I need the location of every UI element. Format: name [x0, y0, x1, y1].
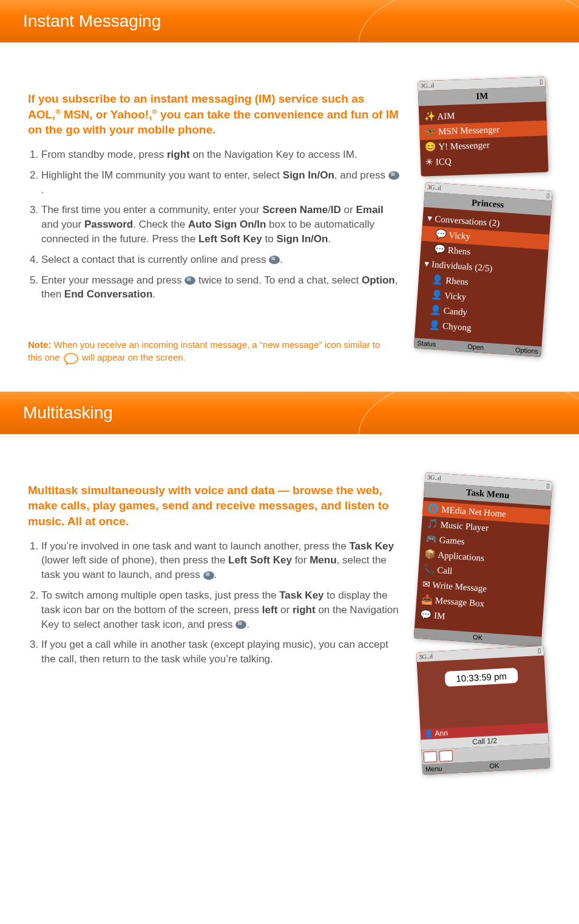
- multi-step-3: If you get a call while in another task …: [41, 637, 399, 667]
- battery-icon: ▯: [538, 647, 542, 655]
- battery-icon: ▯: [539, 78, 543, 86]
- softkey-ok: OK: [473, 633, 483, 642]
- im-step-4: Select a contact that is currently onlin…: [41, 253, 399, 267]
- im-steps: From standby mode, press right on the Na…: [28, 148, 399, 302]
- label: MEdia Net Home: [441, 504, 506, 518]
- text: or: [341, 204, 356, 216]
- text: Select a contact that is currently onlin…: [41, 254, 269, 265]
- text: .: [214, 569, 217, 580]
- multi-phone-shot-2: 3G..ıl▯ 10:33:59 pm 👤 Ann Call 1/2 Menu …: [416, 646, 550, 775]
- multi-content: Multitask simultaneously with voice and …: [0, 434, 579, 790]
- im-step-2: Highlight the IM community you want to e…: [41, 168, 399, 197]
- im-step-5: Enter your message and press twice to se…: [41, 273, 399, 302]
- multi-step-1: If you’re involved in one task and want …: [41, 539, 399, 582]
- signal-icon: 3G..ıl: [427, 183, 442, 192]
- reg-mark-2: ®: [152, 107, 157, 115]
- im-content: If you subscribe to an instant messaging…: [0, 42, 579, 392]
- im-subhead-part2: MSN, or Yahoo!,: [61, 108, 152, 121]
- multi-text-column: Multitask simultaneously with voice and …: [28, 458, 410, 772]
- im-image-column: 3G..ıl▯ IM ✨ AIM 🦋 MSN Messenger 😊 Y! Me…: [410, 67, 556, 373]
- text: .: [328, 233, 331, 245]
- key-option: Option: [362, 274, 395, 286]
- label: Message Box: [435, 595, 484, 608]
- signal-icon: 3G..ıl: [420, 81, 434, 90]
- softkey-status: Status: [417, 339, 436, 350]
- label: Candy: [443, 306, 467, 318]
- key-screen-name: Screen Name: [262, 204, 328, 216]
- key-sign-in: Sign In/On: [283, 169, 334, 181]
- phone-status-bar: 3G..ıl▯: [416, 646, 544, 662]
- label: Games: [439, 535, 465, 546]
- label: Vicky: [444, 291, 467, 302]
- text: .: [41, 184, 44, 195]
- label: Rhens: [445, 276, 469, 287]
- ok-key-icon: [203, 571, 214, 580]
- battery-icon: ▯: [546, 481, 550, 490]
- im-service-list: ✨ AIM 🦋 MSN Messenger 😊 Y! Messenger ✳ I…: [419, 101, 549, 176]
- label: Applications: [438, 549, 485, 562]
- multi-steps: If you’re involved in one task and want …: [28, 539, 399, 667]
- im-phone-shot-1: 3G..ıl▯ IM ✨ AIM 🦋 MSN Messenger 😊 Y! Me…: [418, 76, 548, 176]
- label: MSN Messenger: [438, 124, 500, 137]
- im-phone-shot-2: 3G..ıl▯ Princess ▾ Conversations (2) 💬 V…: [414, 182, 553, 357]
- ok-key-icon: [269, 256, 280, 264]
- key-left-soft: Left Soft Key: [228, 554, 292, 566]
- key-email: Email: [356, 204, 383, 216]
- text: . Check the: [133, 219, 188, 230]
- softkey-menu: Menu: [425, 764, 442, 774]
- key-right: right: [167, 149, 190, 160]
- text: on the Navigation Key to access IM.: [190, 149, 357, 160]
- signal-icon: 3G..ıl: [419, 652, 433, 661]
- label: Vicky: [449, 230, 471, 241]
- im-step-1: From standby mode, press right on the Na…: [41, 148, 399, 162]
- key-auto-sign: Auto Sign On/In: [188, 219, 266, 230]
- softkey-open: Open: [467, 342, 484, 353]
- task-icon-2: [439, 750, 453, 761]
- text: for: [292, 554, 310, 566]
- im-note: Note: When you receive an incoming insta…: [28, 338, 386, 364]
- ok-key-icon: [388, 171, 399, 180]
- label: Individuals (2/5): [432, 259, 493, 273]
- softkey-ok: OK: [489, 761, 499, 770]
- text: If you’re involved in one task and want …: [41, 540, 350, 552]
- key-task-key: Task Key: [279, 589, 323, 601]
- section-bar-im: Instant Messaging: [0, 0, 579, 42]
- label: Chyong: [442, 321, 472, 333]
- text: Enter your message and press: [41, 274, 185, 286]
- ok-key-icon: [235, 620, 246, 629]
- softkey-options: Options: [515, 345, 538, 356]
- label: Music Player: [440, 520, 489, 533]
- label: Y! Messenger: [438, 140, 490, 152]
- text: Highlight the IM community you want to e…: [41, 169, 283, 181]
- key-right: right: [293, 604, 316, 616]
- text: (lower left side of phone), then press t…: [41, 554, 228, 566]
- key-id: ID: [331, 204, 341, 216]
- im-step-3: The first time you enter a community, en…: [41, 203, 399, 246]
- battery-icon: ▯: [546, 191, 550, 200]
- key-password: Password: [84, 219, 133, 230]
- text: , and press: [334, 169, 388, 181]
- note-text-b: will appear on the screen.: [80, 352, 186, 362]
- reg-mark-1: ®: [55, 107, 60, 115]
- key-left: left: [262, 604, 278, 616]
- section-title-im: Instant Messaging: [23, 9, 161, 33]
- text: From standby mode, press: [41, 149, 167, 160]
- text: and your: [41, 219, 84, 230]
- buddy-list: ▾ Conversations (2) 💬 Vicky 💬 Rhens ▾ In…: [415, 207, 551, 347]
- key-left-soft: Left Soft Key: [198, 233, 262, 245]
- key-task-key: Task Key: [350, 540, 394, 552]
- multi-image-column: 3G..ıl▯ Task Menu 🌐 MEdia Net Home 🎵 Mus…: [410, 458, 556, 772]
- section-bar-multi: Multitasking: [0, 392, 579, 434]
- text: .: [246, 619, 249, 630]
- section-title-multi: Multitasking: [23, 401, 113, 424]
- im-subhead: If you subscribe to an instant messaging…: [28, 91, 399, 138]
- label: Call: [437, 565, 453, 576]
- key-sign-in-2: Sign In/On: [276, 233, 328, 245]
- im-service-icq: ✳ ICQ: [425, 151, 544, 171]
- text: twice to send. To end a chat, select: [195, 274, 362, 286]
- key-end-conv: End Conversation: [64, 288, 152, 300]
- text: or: [277, 604, 293, 616]
- multi-subhead: Multitask simultaneously with voice and …: [28, 483, 399, 529]
- multi-step-2: To switch among multiple open tasks, jus…: [41, 588, 399, 631]
- label: AIM: [437, 111, 455, 121]
